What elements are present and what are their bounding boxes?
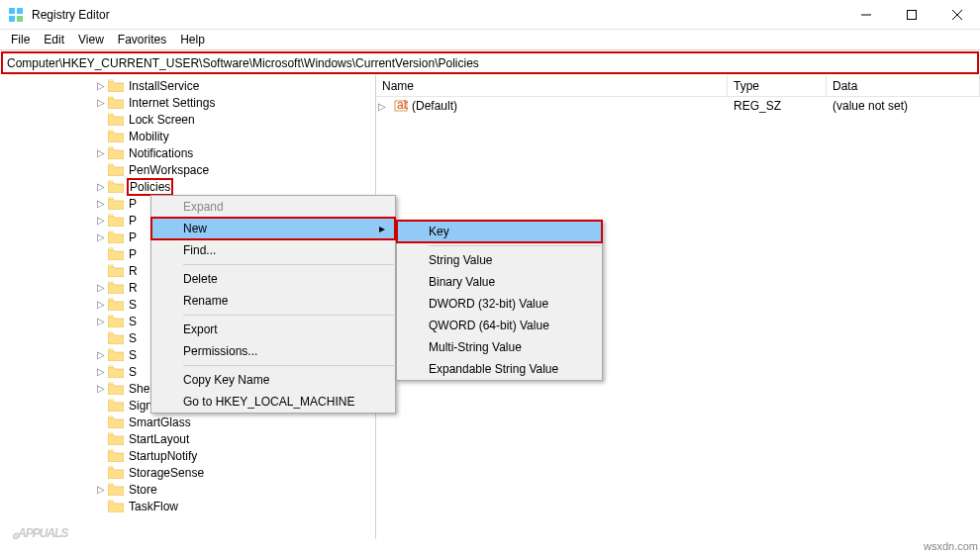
expand-icon[interactable]: ▷ xyxy=(94,97,108,108)
tree-label: StartupNotify xyxy=(127,449,199,463)
maximize-button[interactable] xyxy=(889,0,934,30)
string-value-icon: ab xyxy=(394,99,408,113)
tree-item[interactable]: Lock Screen xyxy=(0,111,375,128)
expand-icon[interactable]: ▷ xyxy=(94,231,108,242)
titlebar: Registry Editor xyxy=(0,0,980,30)
tree-item[interactable]: StorageSense xyxy=(0,464,375,481)
menu-separator xyxy=(183,264,394,265)
tree-item[interactable]: ▷Store xyxy=(0,481,375,498)
folder-icon xyxy=(108,281,124,295)
menu-item[interactable]: Find... xyxy=(151,239,395,261)
menu-item[interactable]: New▸ xyxy=(151,218,395,239)
menu-item[interactable]: Binary Value xyxy=(397,271,602,293)
menu-item-label: Copy Key Name xyxy=(183,373,269,387)
tree-item[interactable]: Mobility xyxy=(0,128,375,144)
expand-icon[interactable]: ▷ xyxy=(94,366,108,377)
menu-item[interactable]: Copy Key Name xyxy=(151,369,395,391)
tree-label: Notifications xyxy=(127,146,195,160)
menu-item-label: Rename xyxy=(183,294,228,308)
menu-favorites[interactable]: Favorites xyxy=(111,31,173,48)
folder-icon xyxy=(108,197,124,211)
address-text: Computer\HKEY_CURRENT_USER\Software\Micr… xyxy=(7,56,479,70)
folder-icon xyxy=(108,180,124,194)
close-button[interactable] xyxy=(934,0,980,30)
expand-icon[interactable]: ▷ xyxy=(94,80,108,91)
expand-icon[interactable]: ▷ xyxy=(94,147,108,158)
submenu-arrow-icon: ▸ xyxy=(379,222,385,235)
tree-item[interactable]: PenWorkspace xyxy=(0,161,375,178)
menu-separator xyxy=(429,245,601,246)
menu-item: Expand xyxy=(151,196,395,218)
tree-label: P xyxy=(127,247,139,261)
folder-icon xyxy=(108,466,124,480)
tree-item[interactable]: ▷Policies xyxy=(0,178,375,195)
tree-item[interactable]: StartLayout xyxy=(0,430,375,447)
folder-icon xyxy=(108,483,124,497)
folder-icon xyxy=(108,500,124,513)
window-title: Registry Editor xyxy=(32,8,843,22)
value-name: (Default) xyxy=(412,99,457,113)
tree-item[interactable]: ▷Internet Settings xyxy=(0,94,375,111)
menu-item[interactable]: Rename xyxy=(151,290,395,312)
menu-help[interactable]: Help xyxy=(173,31,212,48)
expand-icon[interactable]: ▷ xyxy=(94,484,108,495)
menu-file[interactable]: File xyxy=(4,31,37,48)
value-row[interactable]: ab (Default) REG_SZ (value not set) xyxy=(376,97,980,115)
folder-icon xyxy=(108,146,124,160)
tree-item[interactable]: StartupNotify xyxy=(0,447,375,464)
app-icon xyxy=(8,7,24,23)
col-data[interactable]: Data xyxy=(827,75,980,96)
tree-label: Mobility xyxy=(127,130,171,143)
folder-icon xyxy=(108,163,124,177)
watermark: ⌾APPUALS xyxy=(12,505,67,546)
menu-item-label: Key xyxy=(429,225,449,238)
expand-icon[interactable]: ▷ xyxy=(94,349,108,360)
col-name[interactable]: Name xyxy=(376,75,728,96)
menu-edit[interactable]: Edit xyxy=(37,31,71,48)
expand-icon[interactable]: ▷ xyxy=(94,282,108,293)
menu-item[interactable]: Delete xyxy=(151,268,395,290)
expand-icon[interactable]: ▷ xyxy=(94,383,108,394)
folder-icon xyxy=(108,230,124,244)
menu-view[interactable]: View xyxy=(71,31,111,48)
folder-icon xyxy=(108,449,124,463)
expand-icon[interactable]: ▷ xyxy=(94,215,108,226)
folder-icon xyxy=(108,264,124,278)
tree-item[interactable]: ▷Notifications xyxy=(0,144,375,161)
menu-item[interactable]: String Value xyxy=(397,249,602,271)
tree-label: Policies xyxy=(127,178,173,196)
menu-item[interactable]: Go to HKEY_LOCAL_MACHINE xyxy=(151,391,395,413)
menu-item[interactable]: Permissions... xyxy=(151,340,395,362)
address-bar[interactable]: Computer\HKEY_CURRENT_USER\Software\Micr… xyxy=(1,51,979,74)
menu-item[interactable]: Multi-String Value xyxy=(397,336,602,358)
tree-item[interactable]: SmartGlass xyxy=(0,414,375,430)
menu-item-label: QWORD (64-bit) Value xyxy=(429,319,549,332)
expand-icon[interactable]: ▷ xyxy=(94,198,108,209)
tree-item[interactable]: ▷InstallService xyxy=(0,77,375,94)
menu-item[interactable]: DWORD (32-bit) Value xyxy=(397,293,602,315)
folder-icon xyxy=(108,113,124,127)
svg-rect-3 xyxy=(17,16,23,22)
minimize-button[interactable] xyxy=(843,0,889,30)
expand-icon[interactable]: ▷ xyxy=(94,181,108,192)
tree-label: PenWorkspace xyxy=(127,163,211,177)
menu-item[interactable]: Expandable String Value xyxy=(397,358,602,380)
tree-label: Store xyxy=(127,483,159,497)
menu-separator xyxy=(183,365,394,366)
col-type[interactable]: Type xyxy=(728,75,827,96)
menu-item[interactable]: Key xyxy=(397,221,602,242)
folder-icon xyxy=(108,247,124,261)
menu-item-label: Find... xyxy=(183,243,216,257)
expand-icon[interactable]: ▷ xyxy=(94,316,108,326)
expand-icon[interactable]: ▷ xyxy=(94,299,108,310)
svg-rect-1 xyxy=(17,8,23,14)
tree-label: P xyxy=(127,230,139,244)
folder-icon xyxy=(108,331,124,345)
menu-item-label: Expand xyxy=(183,200,224,214)
menu-item[interactable]: Export xyxy=(151,319,395,340)
folder-icon xyxy=(108,79,124,93)
tree-label: StorageSense xyxy=(127,466,206,480)
menu-item[interactable]: QWORD (64-bit) Value xyxy=(397,315,602,336)
value-type: REG_SZ xyxy=(728,99,827,113)
expand-icon[interactable]: ▷ xyxy=(378,101,386,112)
